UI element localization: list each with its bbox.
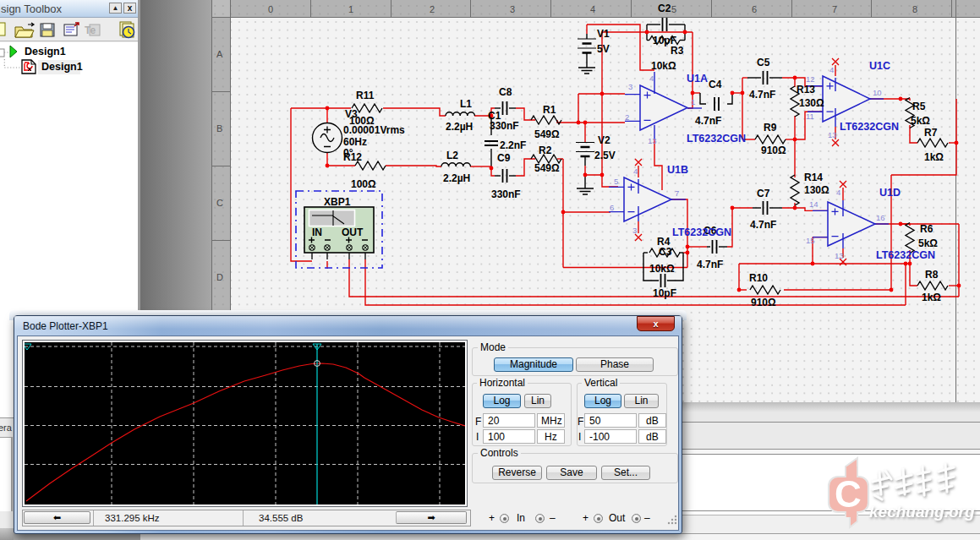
svg-text:3: 3 — [632, 226, 637, 235]
svg-text:1: 1 — [691, 97, 695, 106]
svg-text:330nF: 330nF — [491, 188, 521, 200]
svg-text:R5: R5 — [912, 101, 926, 112]
svg-text:R8: R8 — [925, 269, 939, 281]
svg-text:R10: R10 — [749, 272, 768, 284]
svg-text:U1C: U1C — [869, 60, 890, 72]
svg-text:10pF: 10pF — [653, 287, 676, 299]
svg-text:C8: C8 — [499, 86, 512, 98]
svg-text:LT6232CGN: LT6232CGN — [876, 249, 935, 261]
svg-text:3: 3 — [628, 82, 632, 91]
svg-text:B: B — [216, 123, 222, 134]
svg-text:R6: R6 — [920, 223, 933, 235]
svg-text:6: 6 — [752, 4, 757, 14]
svg-text:C3: C3 — [659, 246, 672, 258]
svg-text:4.7nF: 4.7nF — [750, 219, 776, 231]
svg-text:5kΩ: 5kΩ — [918, 237, 938, 249]
svg-text:910Ω: 910Ω — [751, 297, 776, 308]
svg-text:3: 3 — [510, 4, 515, 14]
svg-text:U1A: U1A — [687, 73, 708, 85]
svg-text:12: 12 — [806, 74, 815, 84]
svg-text:4: 4 — [836, 188, 840, 197]
svg-text:15: 15 — [806, 236, 815, 245]
svg-text:4.7nF: 4.7nF — [697, 259, 723, 270]
svg-text:R11: R11 — [356, 90, 375, 101]
svg-text:4: 4 — [829, 65, 834, 74]
svg-text:L1: L1 — [460, 98, 472, 110]
svg-text:R12: R12 — [343, 151, 362, 163]
svg-text:4.7nF: 4.7nF — [749, 89, 775, 101]
svg-text:R13: R13 — [797, 84, 815, 95]
svg-text:10: 10 — [873, 88, 882, 97]
svg-text:C2: C2 — [658, 3, 671, 14]
svg-text:0.00001Vrms: 0.00001Vrms — [343, 124, 405, 136]
svg-text:R1: R1 — [543, 104, 556, 116]
svg-text:D: D — [216, 272, 223, 282]
svg-text:1kΩ: 1kΩ — [922, 292, 941, 303]
svg-text:R9: R9 — [764, 122, 777, 134]
svg-text:6: 6 — [610, 203, 614, 212]
svg-text:10kΩ: 10kΩ — [651, 60, 676, 72]
svg-text:5: 5 — [614, 177, 618, 186]
svg-text:549Ω: 549Ω — [534, 162, 560, 174]
svg-text:C: C — [835, 473, 862, 515]
svg-text:LT6232CGN: LT6232CGN — [840, 121, 899, 133]
svg-text:1: 1 — [348, 4, 353, 14]
svg-text:2.2µH: 2.2µH — [446, 121, 473, 133]
svg-text:C5: C5 — [757, 57, 770, 68]
svg-text:5: 5 — [671, 4, 676, 14]
svg-text:2.2µH: 2.2µH — [443, 172, 470, 184]
svg-text:U1D: U1D — [879, 187, 901, 199]
svg-text:C9: C9 — [497, 152, 511, 164]
svg-text:4: 4 — [649, 74, 654, 83]
svg-text:13: 13 — [648, 136, 657, 145]
svg-text:13: 13 — [835, 251, 844, 260]
svg-text:A: A — [216, 49, 223, 59]
svg-text:OUT: OUT — [342, 226, 364, 238]
svg-text:8: 8 — [912, 4, 917, 14]
svg-text:60Hz: 60Hz — [343, 136, 367, 148]
svg-text:0: 0 — [268, 4, 273, 14]
svg-text:LT6232CGN: LT6232CGN — [672, 226, 731, 238]
svg-text:5kΩ: 5kΩ — [911, 115, 930, 127]
svg-text:2: 2 — [625, 112, 629, 122]
svg-text:C7: C7 — [757, 188, 770, 199]
svg-text:13: 13 — [828, 130, 837, 139]
svg-text:7: 7 — [832, 4, 837, 14]
svg-text:4: 4 — [633, 166, 638, 176]
svg-text:4: 4 — [590, 4, 595, 14]
svg-text:16: 16 — [876, 213, 885, 222]
svg-text:kechuang.org: kechuang.org — [869, 503, 975, 521]
svg-text:11: 11 — [806, 112, 814, 121]
svg-text:130Ω: 130Ω — [804, 184, 829, 196]
svg-text:IN: IN — [312, 226, 322, 238]
svg-text:C: C — [216, 198, 223, 208]
svg-text:LT6232CGN: LT6232CGN — [687, 133, 746, 145]
svg-text:V3: V3 — [345, 108, 358, 120]
svg-text:910Ω: 910Ω — [761, 145, 786, 156]
svg-text:XBP1: XBP1 — [324, 196, 351, 208]
svg-text:R2: R2 — [539, 145, 552, 156]
svg-text:100Ω: 100Ω — [351, 178, 376, 190]
svg-text:2.2nF: 2.2nF — [500, 139, 526, 151]
svg-text:L2: L2 — [446, 150, 458, 161]
svg-text:R3: R3 — [671, 45, 684, 57]
svg-text:10kΩ: 10kΩ — [649, 263, 675, 275]
svg-text:R14: R14 — [804, 172, 823, 183]
svg-text:2: 2 — [430, 4, 435, 14]
svg-text:2.5V: 2.5V — [594, 150, 616, 161]
svg-text:Te: Te — [85, 25, 96, 36]
svg-text:130Ω: 130Ω — [799, 97, 824, 109]
svg-text:V2: V2 — [598, 134, 610, 146]
svg-text:5V: 5V — [597, 43, 610, 55]
svg-text:V1: V1 — [597, 28, 610, 40]
svg-text:4.7nF: 4.7nF — [695, 115, 721, 127]
svg-text:R7: R7 — [924, 127, 938, 139]
svg-text:7: 7 — [675, 188, 679, 198]
svg-text:549Ω: 549Ω — [534, 128, 560, 140]
svg-text:14: 14 — [809, 199, 818, 209]
svg-text:330nF: 330nF — [490, 120, 519, 132]
svg-text:C4: C4 — [709, 79, 722, 90]
svg-text:U1B: U1B — [667, 164, 688, 176]
svg-text:1kΩ: 1kΩ — [924, 151, 944, 163]
